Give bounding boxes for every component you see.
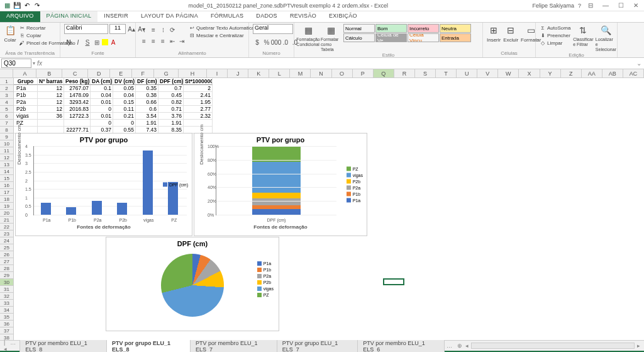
fx-icon[interactable]: fx (35, 60, 44, 67)
table-cell[interactable]: vigas (14, 113, 38, 120)
sheet-tab[interactable]: PTV por membro ELU_1 ELS_7 (190, 339, 277, 353)
table-cell[interactable]: 0.04 (91, 92, 113, 99)
col-header[interactable]: V (477, 69, 498, 77)
row-header[interactable]: 35 (0, 314, 14, 321)
table-cell[interactable]: 0.6 (136, 106, 158, 113)
style-neutra[interactable]: Neutra (440, 24, 471, 33)
table-cell[interactable]: 0.38 (136, 92, 158, 99)
table-cell[interactable]: 3293.42 (64, 99, 91, 106)
hscroll-left-icon[interactable]: ◂ (465, 343, 469, 349)
row-header[interactable]: 2 (0, 85, 14, 92)
row-header[interactable]: 17 (0, 189, 14, 196)
row-header[interactable]: 4 (0, 99, 14, 106)
col-header[interactable]: P (353, 69, 374, 77)
table-cell[interactable]: P1a (14, 85, 38, 92)
table-cell[interactable]: P2a (14, 99, 38, 106)
tab-view[interactable]: EXIBIÇÃO (323, 11, 364, 22)
col-header[interactable]: B (36, 69, 62, 77)
table-cell[interactable]: 2.32 (184, 113, 213, 120)
row-header[interactable]: 36 (0, 321, 14, 327)
chart-pie-dpf[interactable]: DPF (cm) P1aP1bP2aP2bvigasPZ (106, 237, 279, 331)
table-header[interactable]: Grupo (14, 78, 38, 85)
bold-button[interactable]: N (64, 38, 73, 47)
row-header[interactable]: 15 (0, 175, 14, 182)
col-header[interactable]: R (394, 69, 415, 77)
style-normal[interactable]: Normal (343, 24, 375, 33)
table-header[interactable]: DPF (cm) (158, 78, 184, 85)
row-header[interactable]: 27 (0, 258, 14, 265)
row-header[interactable]: 20 (0, 210, 14, 217)
tab-data[interactable]: DADOS (250, 11, 284, 22)
table-cell[interactable]: 0.15 (113, 99, 136, 106)
sort-filter-button[interactable]: ⇅Classificar e Filtrar (573, 24, 593, 47)
currency-icon[interactable]: $ (253, 38, 262, 47)
row-header[interactable]: 24 (0, 237, 14, 244)
row-header[interactable]: 12 (0, 154, 14, 161)
table-cell[interactable]: 3.76 (158, 113, 184, 120)
table-cell[interactable]: 2.77 (184, 106, 213, 113)
col-header[interactable]: G (154, 69, 179, 77)
table-cell[interactable]: 0.11 (113, 106, 136, 113)
row-header[interactable]: 34 (0, 307, 14, 314)
col-header[interactable]: AB (602, 69, 623, 77)
table-header[interactable]: St*1000000 (184, 78, 213, 85)
row-header[interactable]: 19 (0, 203, 14, 210)
hscroll-right-icon[interactable]: ▸ (637, 343, 640, 349)
tab-review[interactable]: REVISÃO (284, 11, 323, 22)
col-header[interactable]: E (110, 69, 132, 77)
table-cell[interactable]: 12 (38, 106, 64, 113)
style-incorreto[interactable]: Incorreto (408, 24, 439, 33)
table-header[interactable]: Peso (kg) (64, 78, 91, 85)
tab-formulas[interactable]: FÓRMULAS (204, 11, 250, 22)
row-header[interactable]: 21 (0, 217, 14, 224)
row-header[interactable]: 30 (0, 279, 14, 286)
fill-color-button[interactable] (102, 39, 108, 45)
user-name[interactable]: Felipe Sakiyama (532, 3, 574, 9)
row-header[interactable]: 3 (0, 92, 14, 99)
table-cell[interactable]: 0.45 (158, 92, 184, 99)
format-table-button[interactable]: ▦Formatar como Tabela (321, 24, 341, 52)
name-box[interactable]: Q30 (1, 59, 31, 68)
align-middle-icon[interactable]: ≡ (149, 25, 158, 34)
font-color-button[interactable]: A (109, 38, 118, 47)
row-header[interactable]: 18 (0, 196, 14, 203)
sheet-tab-active[interactable]: PTV por grupo ELU_1 ELS_8 (106, 339, 191, 353)
sheet-tab[interactable]: PTV por grupo ELU_1 ELS_7 (277, 339, 358, 353)
comma-icon[interactable]: 000 (272, 38, 280, 47)
col-header[interactable]: W (498, 69, 519, 77)
expand-formula-icon[interactable]: ⌄ (634, 60, 644, 67)
inc-decimal-icon[interactable]: .0 (281, 38, 290, 47)
font-name-select[interactable]: Calibri (64, 24, 108, 34)
col-header[interactable]: AC (623, 69, 644, 77)
col-header[interactable]: AA (582, 69, 602, 77)
horizontal-scrollbar[interactable] (471, 343, 635, 349)
col-header[interactable]: N (311, 69, 331, 77)
row-header[interactable]: 33 (0, 300, 14, 307)
indent-dec-icon[interactable]: ⇤ (168, 37, 177, 45)
clear-button[interactable]: ◇Limpar (540, 39, 570, 47)
col-header[interactable]: D (88, 69, 110, 77)
increase-font-icon[interactable]: A▴ (127, 25, 136, 33)
table-header[interactable]: DV (cm) (113, 78, 136, 85)
table-cell[interactable]: 0.7 (158, 85, 184, 92)
row-header[interactable]: 32 (0, 293, 14, 300)
paste-button[interactable]: 📋Colar (4, 24, 16, 43)
sheet-nav-more-icon[interactable]: … (444, 343, 455, 349)
col-header[interactable]: K (248, 69, 269, 77)
table-cell[interactable]: 1.91 (136, 120, 158, 127)
table-cell[interactable]: 36 (38, 113, 64, 120)
table-cell[interactable]: 0.35 (136, 85, 158, 92)
align-top-icon[interactable]: ⫶ (140, 25, 148, 34)
row-header[interactable]: 1 (0, 78, 14, 85)
row-header[interactable]: 13 (0, 161, 14, 168)
percent-icon[interactable]: % (262, 38, 271, 47)
table-cell[interactable]: 0.1 (91, 85, 113, 92)
table-cell[interactable]: 0 (113, 120, 136, 127)
table-cell[interactable]: 2767.07 (64, 85, 91, 92)
col-header[interactable]: Y (540, 69, 561, 77)
sheet-tab[interactable]: PTV por membro ELU_1 ELS_6 (357, 339, 445, 353)
row-header[interactable]: 6 (0, 113, 14, 120)
row-header[interactable]: 14 (0, 168, 14, 175)
col-header[interactable]: I (207, 69, 228, 77)
row-header[interactable]: 9 (0, 133, 14, 140)
